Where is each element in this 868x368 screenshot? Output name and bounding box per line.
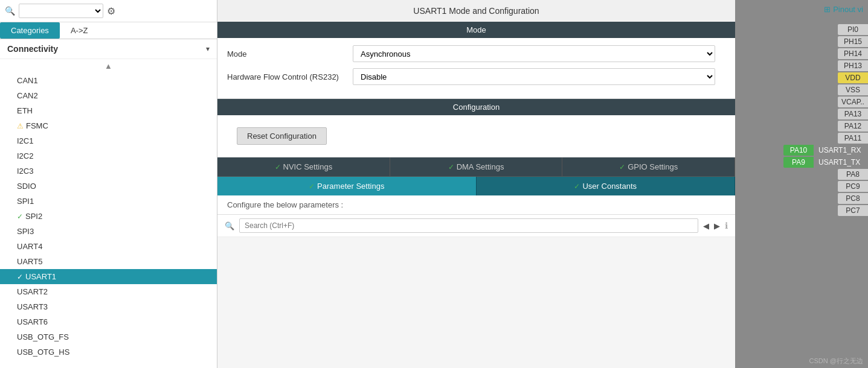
pin-label-pa12: PA12 bbox=[838, 121, 868, 132]
pin-pa8: PA8 bbox=[735, 169, 868, 180]
mode-select-2[interactable]: Disable bbox=[353, 68, 715, 85]
mode-row-2: Hardware Flow Control (RS232) Disable bbox=[227, 68, 725, 85]
sidebar-item-i2c2[interactable]: I2C2 bbox=[0, 148, 217, 163]
config-header: Configuration bbox=[217, 99, 735, 115]
spi2-label: SPI2 bbox=[25, 212, 42, 221]
sidebar-item-spi3[interactable]: SPI3 bbox=[0, 224, 217, 239]
gear-icon[interactable]: ⚙ bbox=[107, 5, 115, 17]
tab-categories[interactable]: Categories bbox=[0, 22, 60, 39]
pin-ph13: PH13 bbox=[735, 60, 868, 71]
sidebar-item-usart3[interactable]: USART3 bbox=[0, 299, 217, 314]
sidebar-item-sdio[interactable]: SDIO bbox=[0, 179, 217, 194]
main-content: USART1 Mode and Configuration Mode Mode … bbox=[217, 0, 735, 368]
pin-label-pa10: PA10 bbox=[783, 145, 814, 156]
user-check-icon: ✓ bbox=[574, 182, 580, 191]
pinout-icon: ⊞ bbox=[824, 5, 831, 14]
sidebar-search-dropdown[interactable] bbox=[19, 4, 103, 18]
mode-label-1: Mode bbox=[227, 49, 348, 59]
pin-pc7: PC7 bbox=[735, 205, 868, 216]
i2c1-label: I2C1 bbox=[17, 136, 33, 145]
mode-select-1[interactable]: Asynchronous bbox=[353, 45, 715, 62]
collapse-arrow[interactable]: ▲ bbox=[0, 59, 217, 73]
dma-check-icon: ✓ bbox=[448, 163, 454, 171]
uart4-label: UART4 bbox=[17, 242, 42, 251]
tab-gpio-settings[interactable]: ✓ GPIO Settings bbox=[562, 157, 735, 176]
param-label: Parameter Settings bbox=[317, 182, 384, 191]
sidebar-item-list: CAN1 CAN2 ETH ⚠ FSMC I2C1 I2C2 I2C3 SDIO… bbox=[0, 73, 217, 368]
sidebar-item-uart5[interactable]: UART5 bbox=[0, 254, 217, 269]
pin-desc-pa10: USART1_RX bbox=[814, 146, 868, 154]
spi1-label: SPI1 bbox=[17, 197, 34, 206]
pin-ph14: PH14 bbox=[735, 48, 868, 59]
sidebar-item-usb-otg-hs[interactable]: USB_OTG_HS bbox=[0, 344, 217, 360]
sidebar-item-i2c1[interactable]: I2C1 bbox=[0, 133, 217, 148]
sidebar: 🔍 ⚙ Categories A->Z Connectivity ▾ ▲ CAN… bbox=[0, 0, 217, 368]
can2-label: CAN2 bbox=[17, 91, 38, 100]
pin-pa9: PA9 USART1_TX bbox=[735, 157, 868, 168]
sidebar-item-can1[interactable]: CAN1 bbox=[0, 73, 217, 88]
sidebar-item-fsmc[interactable]: ⚠ FSMC bbox=[0, 118, 217, 133]
up-arrow-icon: ▲ bbox=[104, 62, 112, 71]
reset-btn-wrap: Reset Configuration bbox=[217, 115, 735, 157]
check-icon-spi2: ✓ bbox=[17, 212, 23, 221]
pin-label-pa8: PA8 bbox=[838, 169, 868, 180]
search-small-icon: 🔍 bbox=[225, 221, 234, 230]
pin-pc8: PC8 bbox=[735, 193, 868, 204]
sidebar-top-bar: 🔍 ⚙ bbox=[0, 0, 217, 22]
pin-pi0: PI0 bbox=[735, 24, 868, 35]
user-label: User Constants bbox=[582, 182, 637, 191]
pin-label-pc7: PC7 bbox=[838, 205, 868, 216]
sidebar-item-spi2[interactable]: ✓ SPI2 bbox=[0, 209, 217, 224]
mode-header: Mode bbox=[217, 22, 735, 38]
tab-dma-settings[interactable]: ✓ DMA Settings bbox=[390, 157, 563, 176]
usb-otg-fs-label: USB_OTG_FS bbox=[17, 332, 69, 341]
sidebar-item-eth[interactable]: ETH bbox=[0, 103, 217, 118]
pin-label-pa11: PA11 bbox=[838, 133, 868, 144]
pin-label-ph15: PH15 bbox=[838, 36, 868, 47]
tab-az[interactable]: A->Z bbox=[60, 22, 99, 39]
fsmc-label: FSMC bbox=[26, 121, 48, 130]
tab-nvic-settings[interactable]: ✓ NVIC Settings bbox=[217, 157, 390, 176]
pin-label-pc9: PC9 bbox=[838, 181, 868, 192]
mode-section: Mode Mode Asynchronous Hardware Flow Con… bbox=[217, 22, 735, 99]
sidebar-item-usb-otg-fs[interactable]: USB_OTG_FS bbox=[0, 329, 217, 344]
prev-icon[interactable]: ◀ bbox=[703, 221, 709, 230]
next-icon[interactable]: ▶ bbox=[714, 221, 720, 230]
sidebar-item-usart2[interactable]: USART2 bbox=[0, 284, 217, 299]
nvic-check-icon: ✓ bbox=[275, 163, 281, 171]
pin-label-pa9: PA9 bbox=[783, 157, 814, 168]
watermark: CSDN @行之无边 bbox=[809, 357, 863, 366]
sidebar-item-uart4[interactable]: UART4 bbox=[0, 239, 217, 254]
configure-text: Configure the below parameters : bbox=[217, 195, 735, 215]
sdio-label: SDIO bbox=[17, 182, 36, 191]
param-search-input[interactable] bbox=[239, 218, 698, 233]
sidebar-section-connectivity[interactable]: Connectivity ▾ bbox=[0, 39, 217, 59]
pinout-link[interactable]: ⊞ Pinout vi bbox=[824, 5, 863, 14]
usart2-label: USART2 bbox=[17, 287, 48, 296]
sidebar-item-can2[interactable]: CAN2 bbox=[0, 88, 217, 103]
i2c2-label: I2C2 bbox=[17, 151, 33, 160]
pin-vss: VSS bbox=[735, 84, 868, 95]
sidebar-item-usart6[interactable]: USART6 bbox=[0, 314, 217, 329]
config-tabs-row2: ✓ Parameter Settings ✓ User Constants bbox=[217, 177, 735, 195]
pin-ph15: PH15 bbox=[735, 36, 868, 47]
pin-pa13: PA13 bbox=[735, 109, 868, 119]
config-area: Configuration Reset Configuration ✓ NVIC… bbox=[217, 99, 735, 368]
usart3-label: USART3 bbox=[17, 302, 48, 311]
check-icon-usart1: ✓ bbox=[17, 273, 23, 281]
mode-label-2: Hardware Flow Control (RS232) bbox=[227, 72, 348, 81]
sidebar-item-spi1[interactable]: SPI1 bbox=[0, 194, 217, 209]
pin-label-pi0: PI0 bbox=[838, 24, 868, 35]
tab-parameter-settings[interactable]: ✓ Parameter Settings bbox=[217, 177, 477, 195]
sidebar-item-usart1[interactable]: ✓ USART1 bbox=[0, 269, 217, 284]
tab-user-constants[interactable]: ✓ User Constants bbox=[477, 177, 736, 195]
reset-config-button[interactable]: Reset Configuration bbox=[237, 127, 327, 145]
search-icon: 🔍 bbox=[5, 6, 15, 16]
sidebar-item-i2c3[interactable]: I2C3 bbox=[0, 163, 217, 179]
right-panel: ⊞ Pinout vi PI0 PH15 PH14 PH13 VDD VSS V… bbox=[735, 0, 868, 368]
gpio-label: GPIO Settings bbox=[628, 162, 678, 171]
dma-label: DMA Settings bbox=[457, 162, 504, 171]
warning-icon: ⚠ bbox=[17, 122, 24, 130]
pin-vdd: VDD bbox=[735, 72, 868, 83]
pin-desc-pa9: USART1_TX bbox=[814, 158, 868, 167]
